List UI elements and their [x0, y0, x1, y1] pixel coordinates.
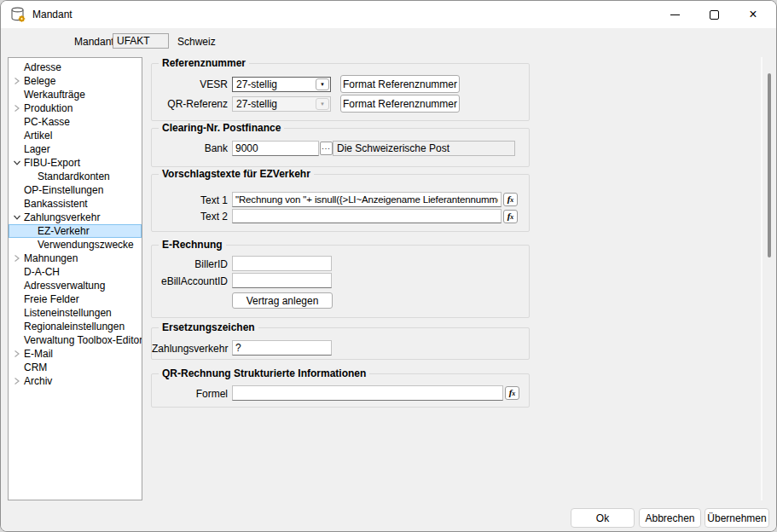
tree-item-label: OP-Einstellungen	[24, 183, 103, 197]
vertical-scrollbar-thumb[interactable]	[768, 73, 771, 257]
qr-referenz-value: 27-stellig	[236, 98, 277, 110]
minimize-button[interactable]	[655, 1, 694, 28]
tree-item-produktion[interactable]: Produktion	[9, 101, 142, 115]
mandant-field	[113, 33, 169, 49]
tree-item-bankassistent[interactable]: Bankassistent	[9, 197, 142, 211]
group-erechnung: E-Rechnung BillerID eBillAccountID Vertr…	[151, 245, 530, 318]
chevron-down-icon: ▼	[316, 98, 329, 110]
tree-item-label: PC-Kasse	[24, 115, 70, 129]
tree-item-pc-kasse[interactable]: PC-Kasse	[9, 115, 142, 129]
group-qr-rechnung: QR-Rechnung Strukturierte Informationen …	[151, 373, 530, 408]
group-ersetzungszeichen: Ersetzungszeichen Zahlungsverkehr	[151, 327, 530, 360]
tree-item-label: Verwendungszwecke	[38, 238, 134, 252]
formel-label: Formel	[152, 388, 228, 400]
ok-button[interactable]: Ok	[571, 508, 635, 528]
text2-input[interactable]	[232, 209, 502, 223]
chevron-down-icon[interactable]: ▼	[316, 78, 329, 90]
tree-item-verwaltung-toolbox-editor[interactable]: Verwaltung Toolbox-Editor	[9, 333, 142, 347]
tree-item-label: D-A-CH	[24, 265, 60, 279]
tree-item-d-a-ch[interactable]: D-A-CH	[9, 265, 142, 279]
bank-label: Bank	[152, 142, 228, 154]
group-title: QR-Rechnung Strukturierte Informationen	[159, 367, 369, 379]
tree-item-adresse[interactable]: Adresse	[9, 61, 142, 74]
ellipsis-icon: ...	[322, 142, 331, 151]
tree-item-label: Archiv	[24, 374, 52, 388]
tree-item-werkaufträge[interactable]: Werkaufträge	[9, 88, 142, 101]
maximize-button[interactable]	[694, 1, 734, 28]
bank-browse-button[interactable]: ...	[320, 142, 333, 155]
group-title: E-Rechnung	[159, 239, 226, 251]
bank-input[interactable]	[232, 141, 319, 156]
text1-label: Text 1	[152, 194, 228, 206]
tree-item-label: Werkaufträge	[24, 88, 85, 101]
tree-item-label: Freie Felder	[24, 292, 79, 306]
tree-item-artikel[interactable]: Artikel	[9, 129, 142, 142]
zahlungsverkehr-label: Zahlungsverkehr	[152, 343, 228, 355]
tree-item-label: Lager	[24, 142, 50, 156]
close-button[interactable]: ×	[734, 1, 773, 28]
app-database-gear-icon	[9, 6, 26, 23]
cancel-button[interactable]: Abbrechen	[639, 508, 701, 528]
tree-item-label: Bankassistent	[24, 197, 88, 211]
tree-item-op-einstellungen[interactable]: OP-Einstellungen	[9, 183, 142, 197]
tree-item-regionaleinstellungen[interactable]: Regionaleinstellungen	[9, 320, 142, 333]
chevron-right-icon[interactable]	[11, 374, 23, 388]
tree-item-fibu-export[interactable]: FIBU-Export	[9, 156, 142, 170]
tree-item-label: CRM	[24, 361, 47, 374]
formel-formula-button[interactable]: fx	[505, 386, 519, 400]
tree-item-standardkonten[interactable]: Standardkonten	[9, 170, 142, 183]
tree-item-freie-felder[interactable]: Freie Felder	[9, 292, 142, 306]
tree-item-verwendungszwecke[interactable]: Verwendungszwecke	[9, 238, 142, 252]
settings-tree: AdresseBelegeWerkaufträgeProduktionPC-Ka…	[8, 57, 142, 500]
vertrag-anlegen-button[interactable]: Vertrag anlegen	[232, 292, 333, 309]
group-vorschlagstexte: Vorschlagstexte für EZVerkehr Text 1 fx …	[151, 174, 530, 232]
tree-item-lager[interactable]: Lager	[9, 142, 142, 156]
chevron-down-icon[interactable]	[11, 156, 23, 170]
billerid-input[interactable]	[232, 256, 332, 271]
tree-item-listeneinstellungen[interactable]: Listeneinstellungen	[9, 306, 142, 320]
tree-item-label: Produktion	[24, 101, 72, 115]
mandant-label: Mandant	[74, 36, 114, 48]
tree-item-mahnungen[interactable]: Mahnungen	[9, 252, 142, 265]
chevron-down-icon[interactable]	[11, 211, 23, 224]
chevron-right-icon[interactable]	[11, 347, 23, 361]
zahlungsverkehr-input[interactable]	[232, 340, 332, 356]
tree-item-label: EZ-Verkehr	[38, 224, 90, 238]
tree-item-adressverwaltung[interactable]: Adressverwaltung	[9, 279, 142, 292]
mandant-header: Mandant Schweiz	[1, 28, 776, 57]
format-referenznummer-button-qr[interactable]: Format Referenznummer	[340, 95, 460, 113]
tree-item-label: Adresse	[24, 61, 61, 74]
maximize-icon	[710, 10, 719, 20]
ebillaccountid-input[interactable]	[232, 273, 332, 288]
chevron-right-icon[interactable]	[11, 101, 23, 115]
formel-input[interactable]	[232, 385, 503, 401]
tree-item-label: Listeneinstellungen	[24, 306, 112, 320]
group-title: Clearing-Nr. Postfinance	[159, 122, 284, 134]
title-bar[interactable]: Mandant ×	[1, 1, 776, 29]
ebillaccountid-label: eBillAccountID	[152, 275, 228, 287]
tree-item-archiv[interactable]: Archiv	[9, 374, 142, 388]
format-referenznummer-button-vesr[interactable]: Format Referenznummer	[340, 75, 460, 93]
vesr-label: VESR	[152, 78, 228, 90]
text1-formula-button[interactable]: fx	[503, 193, 518, 206]
tree-item-ez-verkehr[interactable]: EZ-Verkehr	[9, 224, 142, 238]
text2-formula-button[interactable]: fx	[503, 210, 518, 223]
vesr-value: 27-stellig	[236, 78, 277, 90]
tree-item-label: Belege	[24, 74, 55, 88]
mandant-country: Schweiz	[177, 36, 216, 48]
tree-item-e-mail[interactable]: E-Mail	[9, 347, 142, 361]
tree-item-label: E-Mail	[24, 347, 53, 361]
chevron-right-icon[interactable]	[11, 252, 23, 265]
text1-input[interactable]	[232, 192, 502, 207]
tree-item-label: Artikel	[24, 129, 52, 142]
chevron-right-icon[interactable]	[11, 74, 23, 88]
qr-referenz-label: QR-Referenz	[152, 98, 228, 110]
group-title: Vorschlagstexte für EZVerkehr	[159, 168, 314, 180]
vertical-scrollbar-track	[761, 57, 763, 500]
close-icon: ×	[749, 1, 757, 28]
tree-item-zahlungsverkehr[interactable]: Zahlungsverkehr	[9, 211, 142, 224]
apply-button[interactable]: Übernehmen	[705, 508, 769, 528]
vesr-combobox[interactable]: 27-stellig ▼	[232, 77, 331, 92]
tree-item-crm[interactable]: CRM	[9, 361, 142, 374]
tree-item-belege[interactable]: Belege	[9, 74, 142, 88]
